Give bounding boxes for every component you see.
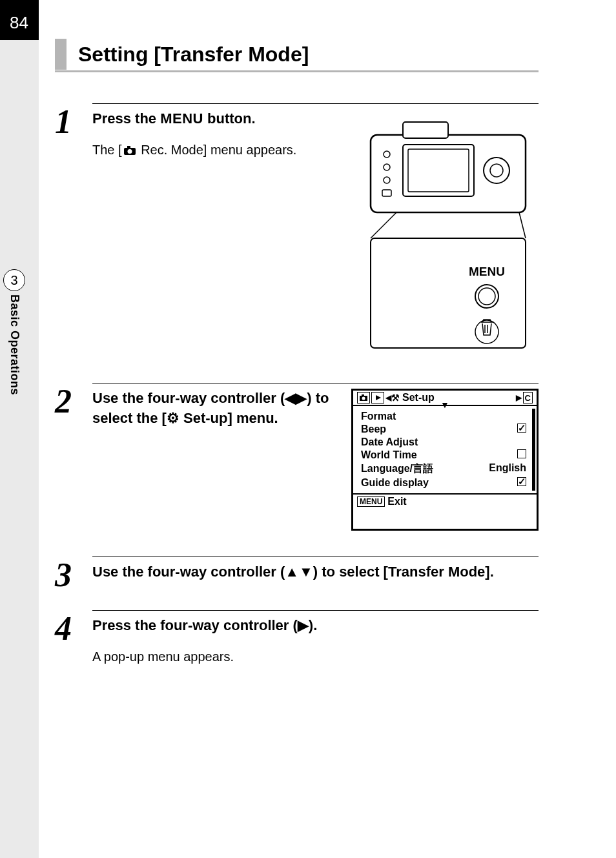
svg-rect-3 <box>408 149 469 192</box>
svg-text:MENU: MENU <box>469 265 505 278</box>
lcd-exit-label: Exit <box>387 496 406 507</box>
sidebar: 3 Basic Operations <box>0 40 39 858</box>
lcd-row-language: Language/言語 English <box>358 462 531 476</box>
setup-tool-icon: ⚒ <box>391 393 400 403</box>
lcd-tab-play-icon <box>371 392 384 403</box>
svg-line-11 <box>519 212 526 238</box>
camera-svg: MENU <box>358 109 539 354</box>
main-content: Setting [Transfer Mode] 1 <box>55 39 539 666</box>
page-number: 84 <box>10 13 28 33</box>
page-corner: 84 <box>0 0 39 40</box>
svg-point-8 <box>384 177 390 183</box>
lcd-tab-c: ▶ C <box>516 392 533 403</box>
lcd-row-format: Format <box>358 410 531 423</box>
step-3-title: Use the four-way controller (▲▼) to sele… <box>92 562 539 582</box>
svg-point-19 <box>127 149 132 154</box>
chapter-tab: 3 Basic Operations <box>3 269 25 395</box>
svg-marker-23 <box>376 395 381 400</box>
lcd-tab-rec-icon <box>357 392 370 403</box>
right-arrow-icon: ▶ <box>516 393 522 402</box>
step-4-body: A pop-up menu appears. <box>92 648 539 666</box>
heading-accent <box>55 39 67 70</box>
lcd-row-beep: Beep <box>358 423 531 436</box>
lcd-screenshot: ◀ ⚒ Set-up ▶ C ▼ Format <box>351 389 539 531</box>
camera-icon <box>123 142 136 160</box>
lcd-body: Format Beep Date Adjust World Time <box>353 406 537 493</box>
svg-rect-18 <box>127 146 130 148</box>
svg-point-7 <box>384 164 390 170</box>
lcd-footer: MENU Exit <box>353 493 537 509</box>
lcd-menu-badge: MENU <box>357 496 385 507</box>
step-3: 3 Use the four-way controller (▲▼) to se… <box>92 557 539 592</box>
step-number: 3 <box>55 558 92 592</box>
step-number: 1 <box>55 105 92 357</box>
svg-point-5 <box>490 164 503 177</box>
lcd-row-world: World Time <box>358 449 531 462</box>
svg-line-10 <box>371 212 396 238</box>
step-4: 4 Press the four-way controller (▶). A p… <box>92 610 539 666</box>
section-heading: Setting [Transfer Mode] <box>55 39 539 72</box>
chapter-label: Basic Operations <box>8 294 21 395</box>
svg-rect-12 <box>371 238 526 348</box>
step-2: 2 ◀ ⚒ Set-up ▶ C <box>92 383 539 531</box>
step-number: 2 <box>55 385 92 531</box>
checkbox-checked-icon <box>517 424 526 433</box>
lcd-row-guide: Guide display <box>358 476 531 489</box>
svg-point-22 <box>362 397 365 400</box>
menu-label: MENU <box>160 110 203 127</box>
lcd-header: ◀ ⚒ Set-up ▶ C ▼ <box>353 391 537 406</box>
camera-illustration: MENU <box>358 109 539 357</box>
svg-rect-1 <box>403 122 448 138</box>
step-4-title: Press the four-way controller (▶). <box>92 616 539 636</box>
chapter-number: 3 <box>3 269 25 291</box>
heading-text: Setting [Transfer Mode] <box>78 39 309 70</box>
lcd-title: Set-up <box>402 392 435 403</box>
svg-rect-21 <box>362 394 364 396</box>
left-arrow-icon: ◀ <box>385 393 391 402</box>
checkbox-unchecked-icon <box>517 449 526 458</box>
step-number: 4 <box>55 612 92 666</box>
svg-rect-9 <box>382 190 391 196</box>
lcd-scrollbar <box>532 409 535 491</box>
step-1: 1 <box>92 103 539 357</box>
checkbox-checked-icon <box>517 477 526 486</box>
svg-point-6 <box>384 151 390 158</box>
step-2-title: Use the four-way controller (◀▶) to sele… <box>92 389 338 429</box>
lcd-row-date: Date Adjust <box>358 436 531 449</box>
